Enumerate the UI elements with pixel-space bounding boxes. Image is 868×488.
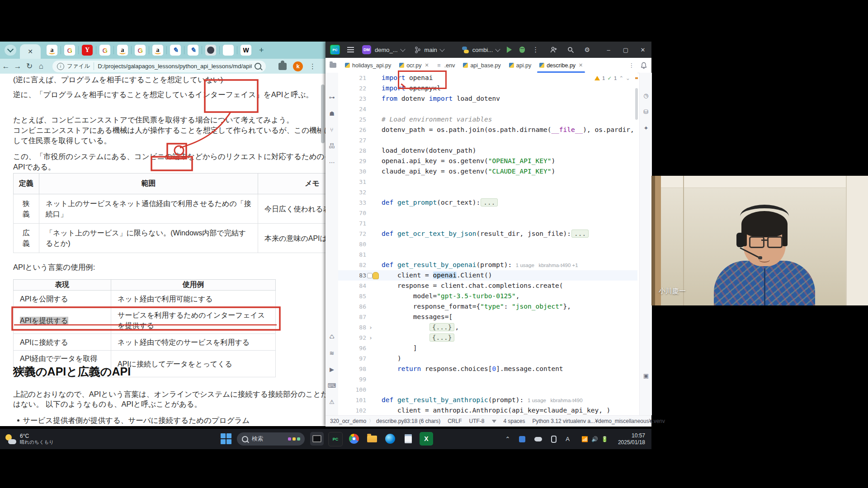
debug-button[interactable] (519, 47, 525, 53)
line-number[interactable]: 23 (338, 94, 369, 104)
line-number[interactable]: 97 (338, 353, 369, 364)
line-number[interactable]: 101 (338, 395, 369, 405)
google-favicon[interactable]: G (64, 45, 75, 56)
line-number[interactable]: 32 (338, 187, 369, 197)
notepad-taskbar-icon[interactable] (401, 432, 415, 446)
code-line-70[interactable]: 70 (338, 208, 637, 218)
line-number[interactable]: 31 (338, 177, 369, 187)
breadcrumb-file[interactable]: describe.py (376, 418, 404, 424)
learn-tool-icon[interactable]: ▣ (640, 370, 652, 381)
amazon-favicon[interactable]: a (47, 45, 57, 56)
ai-assistant-tool-icon[interactable]: ✦ (640, 122, 652, 134)
python-interpreter[interactable]: Python 3.12 virtualenv a...¥demo_miscell… (533, 418, 665, 424)
run-button[interactable] (507, 47, 512, 53)
code-line-71[interactable]: 71 (338, 218, 637, 229)
caret-position[interactable]: 83:18 (6 chars) (404, 418, 440, 424)
line-number[interactable]: 26 (338, 125, 369, 135)
code-line-88[interactable]: 88› {...}, (338, 322, 637, 333)
code-line-80[interactable]: 80 (338, 239, 637, 249)
tray-widget-icon[interactable] (519, 436, 525, 442)
pycharm-taskbar-icon[interactable]: PC (328, 432, 343, 446)
fold-arrow-icon[interactable]: › (369, 322, 373, 333)
code-line-101[interactable]: 101def get_result_by_anthropic(prompt): … (338, 395, 637, 405)
pull-request-tool-icon[interactable]: ⑂ (326, 124, 338, 136)
wikipedia-favicon[interactable]: W (241, 45, 251, 56)
run-configuration[interactable]: combi... (472, 47, 493, 53)
google-favicon[interactable]: G (99, 45, 110, 56)
line-number[interactable]: 102 (338, 405, 369, 415)
indent-setting[interactable]: 4 spaces (504, 418, 525, 424)
pen-favicon[interactable]: ✎ (170, 45, 181, 56)
line-number[interactable]: 30 (338, 166, 369, 177)
minimize-button[interactable]: – (600, 47, 617, 53)
code-line-27[interactable]: 27 (338, 135, 637, 145)
line-number[interactable]: 92 (338, 333, 369, 343)
code-line-23[interactable]: 23from dotenv import load_dotenv (338, 94, 637, 104)
editor-tab-describe-py[interactable]: describe.py✕ (535, 58, 587, 73)
line-number[interactable]: 27 (338, 135, 369, 145)
line-number[interactable]: 72 (338, 229, 369, 239)
line-number[interactable]: 87 (338, 312, 369, 322)
line-number[interactable]: 83 (338, 270, 369, 281)
line-number[interactable]: 29 (338, 156, 369, 166)
code-line-96[interactable]: 96 ] (338, 343, 637, 353)
line-number[interactable]: 22 (338, 83, 369, 94)
layers-tool-icon[interactable]: ≋ (326, 347, 338, 359)
notifications-bell-icon[interactable] (641, 62, 647, 69)
code-with-me-icon[interactable] (550, 47, 557, 53)
main-menu-icon[interactable] (347, 47, 354, 52)
code-line-22[interactable]: 22import openpyxl (338, 83, 637, 94)
line-number[interactable]: 85 (338, 291, 369, 301)
code-line-31[interactable]: 31 (338, 177, 637, 187)
line-number[interactable]: 24 (338, 104, 369, 114)
tab-close-icon[interactable]: ✕ (28, 48, 33, 55)
shield-tool-icon[interactable]: ☗ (326, 108, 338, 119)
fold-arrow-icon[interactable]: › (369, 333, 373, 343)
structure-tool-icon[interactable]: 品 (326, 140, 338, 152)
code-line-99[interactable]: 99 (338, 374, 637, 385)
back-icon[interactable]: ← (0, 62, 12, 71)
line-number[interactable]: 71 (338, 218, 369, 229)
code-line-24[interactable]: 24 (338, 104, 637, 114)
line-number[interactable]: 98 (338, 364, 369, 374)
settings-gear-icon[interactable]: ⚙ (584, 46, 590, 53)
tray-overflow-chevron-icon[interactable]: ⌃ (505, 436, 510, 442)
tab-search-chevron-icon[interactable] (5, 45, 16, 56)
network-volume-battery-icons[interactable]: 📶🔊🔋 (581, 436, 608, 442)
line-number[interactable]: 81 (338, 249, 369, 260)
editor-tab-holidays_api-py[interactable]: holidays_api.py (341, 58, 395, 73)
code-line-100[interactable]: 100 (338, 385, 637, 395)
globe-favicon[interactable] (205, 45, 216, 56)
browser-active-tab[interactable]: ✕ (20, 44, 41, 59)
scrollbar-thumb[interactable] (635, 88, 638, 120)
code-line-81[interactable]: 81 (338, 249, 637, 260)
address-bar[interactable]: i ファイル D:/projects/galapagos_lessons/pyt… (52, 61, 266, 72)
start-button[interactable] (221, 433, 231, 444)
code-line-85[interactable]: 85 model="gpt-3.5-turbo-0125", (338, 291, 637, 301)
tab-options-icon[interactable]: ⋮ (629, 62, 635, 69)
line-number[interactable]: 25 (338, 114, 369, 125)
run-window-tool-icon[interactable]: ▶ (326, 363, 338, 375)
yahoo-favicon[interactable]: Y (82, 45, 93, 56)
line-number[interactable]: 33 (338, 197, 369, 208)
code-line-83[interactable]: 83 client = openai.Client() (338, 270, 637, 281)
project-name[interactable]: demo_... (375, 47, 398, 53)
code-line-28[interactable]: 28load_dotenv(dotenv_path) (338, 145, 637, 156)
search-everywhere-icon[interactable] (567, 47, 574, 53)
google-favicon[interactable]: G (135, 45, 146, 56)
terminal-tool-icon[interactable]: ⌨ (326, 380, 338, 391)
amazon-favicon[interactable]: a (117, 45, 128, 56)
editor-tab-api-py[interactable]: api.py (505, 58, 535, 73)
inspection-widget[interactable]: 1 ✓ 1 ⌃⌄ (594, 75, 630, 81)
line-number[interactable]: 96 (338, 343, 369, 353)
line-number[interactable]: 88 (338, 322, 369, 333)
microsoft-favicon[interactable] (223, 45, 234, 56)
problems-tool-icon[interactable]: ⚠ (326, 396, 338, 408)
info-icon[interactable]: i (57, 63, 64, 70)
tab-close-icon[interactable]: ✕ (579, 62, 583, 68)
url-text[interactable]: D:/projects/galapagos_lessons/python_api… (98, 63, 252, 70)
code-line-97[interactable]: 97 ) (338, 353, 637, 364)
new-tab-button[interactable]: + (259, 46, 264, 55)
commit-tool-icon[interactable]: ⊶ (326, 91, 338, 103)
browser-scrollbar[interactable] (321, 84, 325, 143)
